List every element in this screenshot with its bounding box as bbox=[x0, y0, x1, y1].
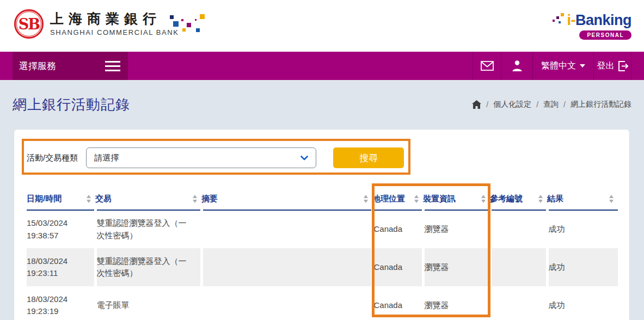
column-header-reference[interactable]: 參考編號 bbox=[490, 188, 547, 210]
activity-type-label: 活動/交易種類 bbox=[27, 153, 78, 163]
messages-button[interactable] bbox=[473, 52, 501, 80]
cell-summary bbox=[201, 286, 372, 320]
bank-name-english: SHANGHAI COMMERCIAL BANK bbox=[50, 28, 179, 36]
activity-type-selected-value: 請選擇 bbox=[94, 153, 119, 163]
activity-log-table: 日期/時間 交易 摘要 地理位置 裝置資訊 參考編號 結果 15/03/2024… bbox=[27, 188, 618, 320]
page-title: 網上銀行活動記錄 bbox=[13, 95, 130, 114]
cell-result: 成功 bbox=[547, 248, 618, 286]
cell-transaction: 電子賬單 bbox=[95, 286, 201, 320]
envelope-icon bbox=[481, 61, 494, 71]
cell-datetime: 18/03/202419:23:11 bbox=[27, 248, 95, 286]
cell-transaction: 雙重認證瀏覽器登入（一次性密碼） bbox=[95, 248, 201, 286]
breadcrumb-item-current: 網上銀行活動記錄 bbox=[571, 100, 631, 109]
logout-label: 登出 bbox=[597, 60, 615, 72]
site-header: SB 上海商業銀行 SHANGHAI COMMERCIAL BANK i-Ban… bbox=[0, 0, 644, 52]
chevron-down-icon bbox=[580, 64, 585, 67]
cell-transaction: 雙重認證瀏覽器登入（一次性密碼） bbox=[95, 210, 201, 248]
cell-reference bbox=[490, 248, 547, 286]
cell-summary bbox=[201, 248, 372, 286]
activity-type-select[interactable]: 請選擇 bbox=[86, 147, 316, 168]
cell-summary bbox=[201, 210, 372, 248]
profile-button[interactable] bbox=[501, 52, 532, 80]
bank-monogram: SB bbox=[19, 16, 39, 33]
table-row: 18/03/202419:23:11 雙重認證瀏覽器登入（一次性密碼） Cana… bbox=[27, 248, 618, 286]
sort-icon[interactable] bbox=[481, 195, 486, 203]
select-chevron-down-icon bbox=[300, 156, 308, 161]
cell-device: 瀏覽器 bbox=[423, 286, 490, 320]
person-icon bbox=[511, 60, 523, 72]
table-row: 15/03/202419:38:57 雙重認證瀏覽器登入（一次性密碼） Cana… bbox=[27, 210, 618, 248]
ibanking-prefix: i- bbox=[567, 12, 575, 28]
logout-icon bbox=[618, 61, 628, 71]
bank-logo-icon: SB bbox=[14, 9, 44, 39]
cell-result: 成功 bbox=[547, 286, 618, 320]
column-header-transaction[interactable]: 交易 bbox=[95, 188, 201, 210]
bank-name: 上海商業銀行 SHANGHAI COMMERCIAL BANK bbox=[50, 11, 179, 36]
sort-icon[interactable] bbox=[193, 195, 197, 203]
table-header-row: 日期/時間 交易 摘要 地理位置 裝置資訊 參考編號 結果 bbox=[27, 188, 618, 210]
cell-location: Canada bbox=[372, 286, 423, 320]
cell-device: 瀏覽器 bbox=[423, 210, 490, 248]
cell-result: 成功 bbox=[547, 210, 618, 248]
cell-device: 瀏覽器 bbox=[423, 248, 490, 286]
breadcrumb-separator: / bbox=[563, 100, 566, 109]
breadcrumb: / 個人化設定 / 查詢 / 網上銀行活動記錄 bbox=[472, 100, 631, 109]
content-card: 活動/交易種類 請選擇 搜尋 日期/時間 交易 摘要 地理位置 裝置 bbox=[14, 129, 630, 320]
ibanking-logo: i-Banking PERSONAL bbox=[553, 12, 631, 40]
table-row: 18/03/202419:23:19 電子賬單 Canada 瀏覽器 成功 bbox=[27, 286, 618, 320]
hamburger-icon bbox=[105, 58, 120, 74]
select-service-menu[interactable]: 選擇服務 bbox=[13, 52, 128, 80]
ibanking-dots-icon bbox=[553, 13, 565, 25]
cell-datetime: 15/03/202419:38:57 bbox=[27, 210, 95, 248]
cell-reference bbox=[490, 210, 547, 248]
breadcrumb-item-personalization[interactable]: 個人化設定 bbox=[493, 100, 531, 109]
sort-icon[interactable] bbox=[609, 195, 614, 203]
search-button[interactable]: 搜尋 bbox=[333, 147, 404, 168]
sort-icon[interactable] bbox=[364, 195, 368, 203]
column-header-location[interactable]: 地理位置 bbox=[372, 188, 423, 210]
sort-icon[interactable] bbox=[538, 195, 543, 203]
language-selector[interactable]: 繁體中文 bbox=[532, 52, 593, 80]
filter-row: 活動/交易種類 請選擇 搜尋 bbox=[27, 140, 617, 175]
column-header-datetime[interactable]: 日期/時間 bbox=[27, 188, 95, 210]
cell-location: Canada bbox=[372, 248, 423, 286]
language-label: 繁體中文 bbox=[541, 60, 576, 72]
column-header-summary[interactable]: 摘要 bbox=[201, 188, 372, 210]
bank-name-chinese: 上海商業銀行 bbox=[50, 11, 179, 27]
decorative-squares bbox=[169, 13, 207, 34]
home-icon[interactable] bbox=[472, 100, 481, 109]
select-service-label: 選擇服務 bbox=[19, 60, 56, 72]
personal-badge: PERSONAL bbox=[579, 30, 631, 40]
bank-logo[interactable]: SB 上海商業銀行 SHANGHAI COMMERCIAL BANK bbox=[14, 9, 179, 39]
cell-datetime: 18/03/202419:23:19 bbox=[27, 286, 95, 320]
column-header-result[interactable]: 結果 bbox=[547, 188, 618, 210]
main-nav: 選擇服務 繁體中文 登出 bbox=[0, 52, 644, 80]
cell-reference bbox=[490, 286, 547, 320]
sort-icon[interactable] bbox=[87, 195, 91, 203]
breadcrumb-item-enquiry[interactable]: 查詢 bbox=[543, 100, 559, 109]
breadcrumb-separator: / bbox=[486, 100, 488, 109]
column-header-device[interactable]: 裝置資訊 bbox=[423, 188, 490, 210]
ibanking-name: Banking bbox=[575, 12, 631, 28]
logout-button[interactable]: 登出 bbox=[593, 52, 631, 80]
cell-location: Canada bbox=[372, 210, 423, 248]
breadcrumb-separator: / bbox=[536, 100, 538, 109]
page-body: 網上銀行活動記錄 / 個人化設定 / 查詢 / 網上銀行活動記錄 活動/交易種類… bbox=[0, 80, 644, 320]
sort-icon[interactable] bbox=[414, 195, 419, 203]
